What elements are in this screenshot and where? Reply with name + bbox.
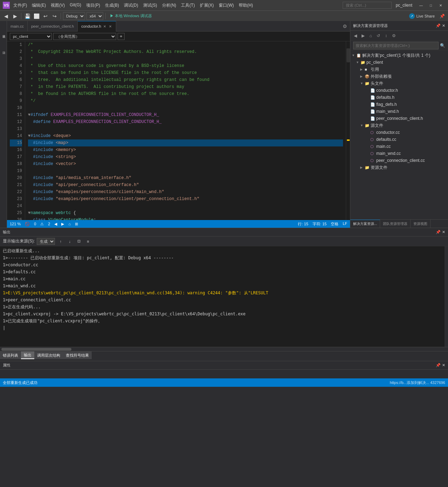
menu-edit[interactable]: 编辑(E)	[30, 2, 48, 9]
tab-peer-connection-client-h[interactable]: peer_connection_client.h	[28, 21, 78, 32]
tab-settings-button[interactable]: ⚙	[340, 23, 350, 29]
tree-header-files-folder[interactable]: ▼ 📁 头文件	[350, 80, 448, 87]
panel-tools-button[interactable]: ⚙	[390, 32, 397, 39]
nav-end-button[interactable]: ⊞	[75, 222, 78, 226]
tree-references[interactable]: ▶ ■ 引用	[350, 66, 448, 73]
menu-tools[interactable]: 工具(T)	[179, 2, 197, 9]
menu-file[interactable]: 文件(F)	[11, 2, 29, 9]
menu-bar-top: 文件(F) 编辑(E) 视图(V) Git(G) 项目(P) 生成(B) 调试(…	[11, 2, 255, 9]
output-btn2[interactable]: ↓	[66, 238, 73, 245]
panel-tab-resource-label: 资源视图	[413, 221, 427, 226]
editor-status-bar: 121 % 🚫 0 ⚠ 2 ◀ ▶ ⌂ ⊞ 行: 15 字符: 15 空格 LF	[7, 220, 350, 228]
minimize-button[interactable]: —	[416, 2, 426, 9]
solution-tree: ▼ 📋 解决方案'pc_client'(1 个项目/共 1 个) ▼ 📁 pc_…	[350, 50, 448, 219]
menu-debug[interactable]: 调试(D)	[122, 2, 140, 9]
tree-solution-root[interactable]: ▼ 📋 解决方案'pc_client'(1 个项目/共 1 个)	[350, 52, 448, 59]
tree-main-wnd-cc[interactable]: ⬡ main_wnd.cc	[350, 150, 448, 157]
code-content[interactable]: /* * Copyright 2012 The WebRTC Project A…	[25, 41, 346, 220]
output-scrollbar[interactable]	[444, 246, 448, 347]
tab-call-hierarchy[interactable]: 调用层次结构	[34, 351, 63, 359]
output-pin-button[interactable]: 📌	[436, 230, 441, 234]
nav-home-button[interactable]: ⌂	[68, 222, 71, 226]
panel-tab-resource[interactable]: 资源视图	[411, 220, 430, 228]
tree-external-deps[interactable]: ▶ 📦 外部依赖项	[350, 73, 448, 80]
output-toolbar: 显示输出来源(S): 生成 ↑ ↓ ⊡ ≡	[0, 236, 448, 246]
breadcrumb-project[interactable]: pc_client	[10, 33, 52, 40]
tab-close-x2[interactable]: ✕	[108, 24, 112, 29]
breadcrumb-add-button[interactable]: +	[118, 33, 125, 40]
panel-back-button[interactable]: ◀	[352, 32, 359, 39]
solution-search-input[interactable]	[353, 42, 439, 49]
save-all-button[interactable]: ⬜	[33, 12, 40, 20]
output-btn1[interactable]: ↑	[57, 238, 64, 245]
panel-forward-button[interactable]: ▶	[359, 32, 366, 39]
maximize-button[interactable]: □	[426, 2, 435, 9]
zoom-level: 121 %	[10, 222, 21, 226]
output-source-select[interactable]: 生成	[37, 238, 55, 245]
props-close-button[interactable]: ✕	[442, 363, 445, 368]
panel-tab-team[interactable]: 团队资源管理器	[380, 220, 411, 228]
tree-main-wnd-h[interactable]: 📄 main_wnd.h	[350, 108, 448, 115]
activity-item-1[interactable]: 显示调试	[0, 22, 7, 43]
tab-main-cc[interactable]: main.cc	[7, 21, 28, 32]
undo-button[interactable]: ↩	[42, 12, 49, 20]
start-debug-button[interactable]: ▶ 本地 Windows 调试器	[108, 12, 154, 20]
output-btn4[interactable]: ≡	[84, 238, 91, 245]
tree-project[interactable]: ▼ 📁 pc_client	[350, 59, 448, 66]
menu-project[interactable]: 项目(P)	[84, 2, 102, 9]
menu-build[interactable]: 生成(B)	[103, 2, 121, 9]
menu-analyze[interactable]: 分析(N)	[160, 2, 178, 9]
props-pin-button[interactable]: 📌	[436, 363, 441, 368]
global-search-input[interactable]	[343, 2, 392, 9]
close-button[interactable]: ✕	[436, 2, 445, 9]
output-close-button[interactable]: ✕	[442, 230, 445, 234]
nav-back-button[interactable]: ◀	[54, 222, 57, 226]
output-content-area[interactable]: 已启动重新生成... 1>-------- 已启动全部重新生成: 项目: pc_…	[0, 246, 444, 347]
panel-tab-solution[interactable]: 解决方案资源...	[350, 220, 380, 228]
tree-resource-files[interactable]: ▶ 📁 资源文件	[350, 164, 448, 171]
tab-conductor-h[interactable]: conductor.h ✕ ✕	[78, 21, 116, 32]
menu-help[interactable]: 帮助(H)	[237, 2, 255, 9]
redo-button[interactable]: ↪	[51, 12, 58, 20]
tree-defaults-h[interactable]: 📄 defaults.h	[350, 94, 448, 101]
tab-find-symbols[interactable]: 查找符号结果	[63, 351, 92, 359]
tab-output[interactable]: 输出	[21, 351, 34, 359]
tree-peer-connection-cc[interactable]: ⬡ peer_connection_client.cc	[350, 157, 448, 164]
panel-sync-button[interactable]: ↕	[383, 32, 390, 39]
activity-item-2[interactable]: 口调	[0, 44, 7, 55]
panel-home-button[interactable]: ⌂	[367, 32, 374, 39]
panel-refresh-button[interactable]: ↺	[375, 32, 382, 39]
editor-scrollbar[interactable]	[346, 41, 350, 220]
pin-button[interactable]: 📌	[438, 12, 446, 20]
tree-peer-connection-h[interactable]: 📄 peer_connection_client.h	[350, 115, 448, 122]
tree-defaults-cc[interactable]: ⬡ defaults.cc	[350, 136, 448, 143]
tree-flag-defs-h[interactable]: 📄 flag_defs.h	[350, 101, 448, 108]
tree-main-cc[interactable]: ⬡ main.cc	[350, 143, 448, 150]
code-area[interactable]: 1 2 3 4 5 6 7 8 9 10 11 12 13 14 15 16 1…	[7, 41, 350, 220]
menu-extensions[interactable]: 扩展(X)	[198, 2, 216, 9]
panel-pin-button[interactable]: 📌	[436, 23, 441, 28]
menu-window[interactable]: 窗口(W)	[217, 2, 236, 9]
menu-test[interactable]: 测试(S)	[141, 2, 159, 9]
project-icon: 📁	[360, 60, 365, 65]
config-select[interactable]: Debug	[63, 12, 85, 20]
menu-view[interactable]: 视图(V)	[49, 2, 67, 9]
save-button[interactable]: 💾	[23, 12, 31, 20]
tree-source-files-folder[interactable]: ▼ 📁 源文件	[350, 122, 448, 129]
breadcrumb-scope[interactable]: （全局范围）	[53, 33, 116, 40]
forward-button[interactable]: ▶	[11, 12, 19, 20]
output-btn3[interactable]: ⊡	[75, 238, 82, 245]
platform-select[interactable]: x64	[86, 12, 103, 20]
back-button[interactable]: ◀	[2, 12, 10, 20]
hscroll-thumb	[1, 348, 71, 351]
live-share-button[interactable]: ↗ Live Share	[407, 13, 437, 20]
tree-conductor-cc[interactable]: ⬡ conductor.cc	[350, 129, 448, 136]
output-line-5: 1>main_wnd.cc	[3, 283, 442, 290]
nav-forward-button[interactable]: ▶	[61, 222, 64, 226]
tab-close-conductor[interactable]: ✕	[103, 24, 107, 29]
tree-conductor-h[interactable]: 📄 conductor.h	[350, 87, 448, 94]
output-hscrollbar[interactable]	[0, 347, 448, 351]
panel-close-button[interactable]: ✕	[442, 23, 445, 28]
tab-error-list[interactable]: 错误列表	[0, 351, 21, 359]
menu-git[interactable]: Git(G)	[68, 2, 83, 9]
